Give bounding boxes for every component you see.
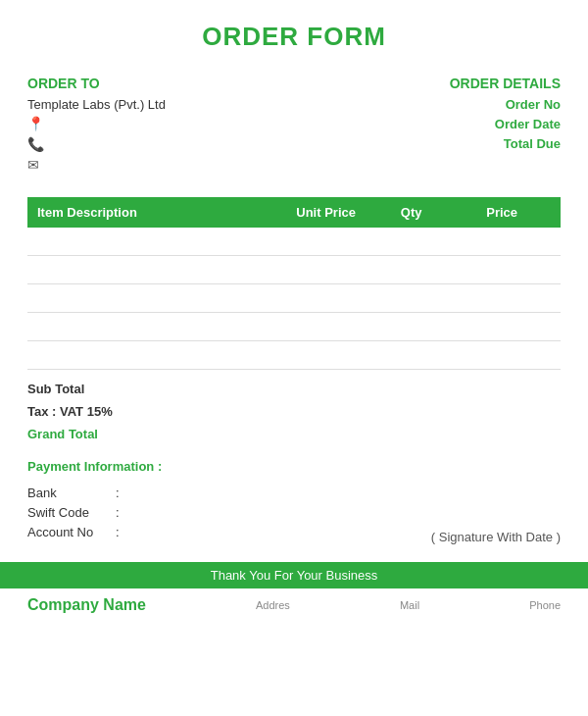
order-to-section: ORDER TO Template Labs (Pvt.) Ltd 📍 📞 ✉ xyxy=(27,76,294,178)
table-cell xyxy=(272,313,379,341)
order-date-label: Order Date xyxy=(294,117,561,131)
table-cell xyxy=(272,341,379,370)
page-title: ORDER FORM xyxy=(0,22,588,52)
thank-you-text: Thank You For Your Business xyxy=(211,568,378,583)
order-details-title: ORDER DETAILS xyxy=(294,76,561,91)
tax-row: Tax : VAT 15% xyxy=(27,400,561,423)
bank-colon: : xyxy=(116,486,120,500)
total-due-label: Total Due xyxy=(294,136,561,151)
account-label: Account No xyxy=(27,525,116,539)
company-name: Template Labs (Pvt.) Ltd xyxy=(27,97,294,112)
col-description: Item Description xyxy=(27,197,272,228)
phone-icon: 📞 xyxy=(27,136,44,152)
footer-green-bar: Thank You For Your Business xyxy=(0,562,588,588)
table-cell xyxy=(27,228,272,256)
order-to-title: ORDER TO xyxy=(27,76,294,91)
col-unit-price: Unit Price xyxy=(272,197,379,228)
payment-info: Payment Information : Bank : Swift Code … xyxy=(27,459,162,544)
grand-total-row: Grand Total xyxy=(27,423,561,445)
table-cell xyxy=(27,256,272,284)
tax-label: Tax : VAT 15% xyxy=(27,404,145,419)
email-icon: ✉ xyxy=(27,157,39,173)
header: ORDER FORM xyxy=(0,0,588,66)
order-no-label: Order No xyxy=(294,97,561,112)
footer-phone-col: Phone xyxy=(529,599,561,611)
order-table: Item Description Unit Price Qty Price xyxy=(27,197,561,370)
table-cell xyxy=(443,284,561,313)
table-cell xyxy=(272,256,379,284)
table-cell xyxy=(443,313,561,341)
table-row xyxy=(27,284,561,313)
col-qty: Qty xyxy=(379,197,443,228)
subtotal-label: Sub Total xyxy=(27,382,145,396)
page: ORDER FORM ORDER TO Template Labs (Pvt.)… xyxy=(0,0,588,716)
footer-address-label: Addres xyxy=(256,599,290,611)
table-cell xyxy=(272,284,379,313)
signature-text: ( Signature With Date ) xyxy=(431,530,561,544)
table-cell xyxy=(443,228,561,256)
footer-mail-label: Mail xyxy=(400,599,419,611)
swift-label: Swift Code xyxy=(27,505,116,520)
account-row: Account No : xyxy=(27,525,162,539)
order-details-section: ORDER DETAILS Order No Order Date Total … xyxy=(294,76,561,178)
payment-title: Payment Information : xyxy=(27,459,162,474)
bank-row: Bank : xyxy=(27,486,162,500)
totals-section: Sub Total Tax : VAT 15% Grand Total xyxy=(0,370,588,445)
footer-company-name: Company Name xyxy=(27,596,146,614)
table-cell xyxy=(272,228,379,256)
footer-address-col: Addres xyxy=(256,599,290,611)
table-section: Item Description Unit Price Qty Price xyxy=(0,187,588,370)
table-cell xyxy=(379,284,443,313)
swift-row: Swift Code : xyxy=(27,505,162,520)
subtotal-row: Sub Total xyxy=(27,378,561,400)
phone-row: 📞 xyxy=(27,136,294,152)
location-icon: 📍 xyxy=(27,116,44,131)
table-cell xyxy=(27,313,272,341)
table-header-row: Item Description Unit Price Qty Price xyxy=(27,197,561,228)
table-cell xyxy=(27,341,272,370)
payment-sig-section: Payment Information : Bank : Swift Code … xyxy=(0,445,588,544)
account-colon: : xyxy=(116,525,120,539)
email-row: ✉ xyxy=(27,157,294,173)
signature-area: ( Signature With Date ) xyxy=(431,530,561,544)
footer-phone-label: Phone xyxy=(529,599,561,611)
table-cell xyxy=(27,284,272,313)
table-row xyxy=(27,256,561,284)
swift-colon: : xyxy=(116,505,120,520)
table-cell xyxy=(443,256,561,284)
table-row xyxy=(27,313,561,341)
address-row: 📍 xyxy=(27,116,294,131)
two-column-section: ORDER TO Template Labs (Pvt.) Ltd 📍 📞 ✉ … xyxy=(0,66,588,187)
col-price: Price xyxy=(443,197,561,228)
table-cell xyxy=(379,256,443,284)
table-cell xyxy=(443,341,561,370)
bank-label: Bank xyxy=(27,486,116,500)
table-cell xyxy=(379,341,443,370)
footer-mail-col: Mail xyxy=(400,599,419,611)
table-cell xyxy=(379,228,443,256)
table-cell xyxy=(379,313,443,341)
grand-total-label: Grand Total xyxy=(27,427,145,441)
table-row xyxy=(27,341,561,370)
footer-bottom: Company Name Addres Mail Phone xyxy=(0,588,588,618)
table-row xyxy=(27,228,561,256)
